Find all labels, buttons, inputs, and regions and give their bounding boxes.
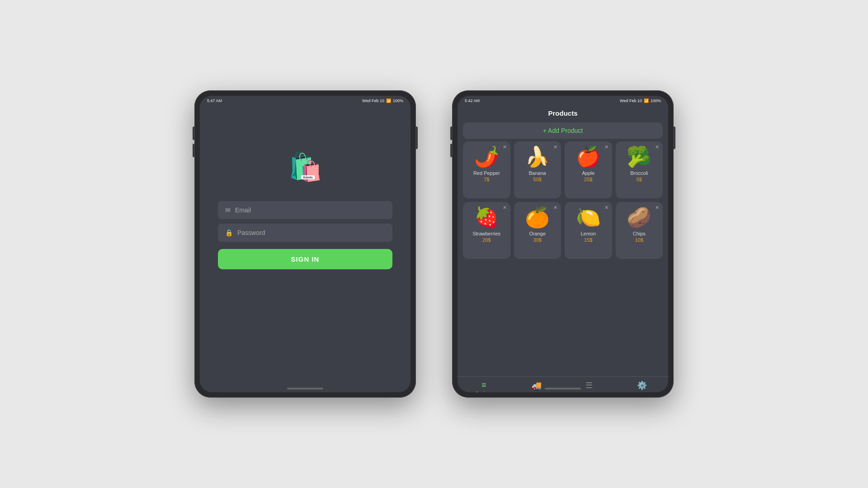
broccoli-name: Broccoli (630, 170, 648, 176)
banana-price: 50$ (533, 177, 542, 182)
lemon-name: Lemon (580, 231, 596, 236)
close-lemon[interactable]: ✕ (604, 205, 609, 211)
email-field-wrapper[interactable]: ✉ (218, 201, 392, 219)
product-card-banana: ✕ 🍌 Banana 50$ (514, 141, 561, 198)
status-bar-login: 5:47 AM Wed Feb 10 📶 100% (200, 96, 410, 106)
email-icon: ✉ (225, 206, 231, 214)
orange-emoji: 🍊 (525, 206, 550, 228)
red-pepper-name: Red Pepper (473, 170, 500, 176)
orders-nav-label: Orders (583, 391, 595, 392)
home-indicator-products (545, 388, 581, 389)
close-red-pepper[interactable]: ✕ (503, 144, 507, 150)
login-ipad: 5:47 AM Wed Feb 10 📶 100% 🛍️ Admin ✉ 🔒 (194, 90, 416, 398)
home-indicator (287, 388, 323, 389)
product-card-chips: ✕ 🥔 Chips 10$ (616, 202, 663, 259)
product-card-red-pepper: ✕ 🌶️ Red Pepper 7$ (463, 141, 510, 198)
bottom-nav: ≡ Products 🚚 Shipping ☰ Orders ⚙️ Settin… (458, 376, 668, 392)
close-apple[interactable]: ✕ (604, 144, 609, 150)
products-ipad: 5:42 AM Wed Feb 10 📶 100% Products + Add… (452, 90, 674, 398)
lemon-price: 15$ (584, 237, 592, 243)
products-nav-label: Products (476, 391, 492, 392)
nav-settings[interactable]: ⚙️ Settings (616, 380, 669, 392)
orange-price: 30$ (533, 237, 542, 243)
chips-emoji: 🥔 (627, 206, 651, 228)
apple-emoji: 🍎 (576, 146, 601, 168)
products-title: Products (458, 106, 668, 120)
lock-icon: 🔒 (225, 229, 233, 236)
product-card-lemon: ✕ 🍋 Lemon 15$ (565, 202, 612, 259)
shipping-nav-label: Shipping (528, 391, 544, 392)
products-nav-icon: ≡ (481, 380, 486, 390)
password-field-wrapper[interactable]: 🔒 (218, 224, 392, 242)
settings-nav-label: Settings (634, 391, 649, 392)
settings-nav-icon: ⚙️ (637, 380, 647, 390)
close-strawberries[interactable]: ✕ (503, 205, 507, 211)
product-card-apple: ✕ 🍎 Apple 25$ (565, 141, 612, 198)
sign-in-button[interactable]: SIGN IN (218, 249, 392, 269)
password-input[interactable] (237, 229, 385, 236)
battery-login: 100% (393, 99, 403, 103)
strawberries-price: 20$ (482, 237, 491, 243)
app-logo: 🛍️ Admin (288, 151, 322, 183)
status-time-products: 5:42 AM (465, 99, 480, 103)
broccoli-emoji: 🥦 (627, 146, 651, 168)
chips-name: Chips (633, 231, 646, 236)
status-date-login: Wed Feb 10 (362, 99, 384, 103)
apple-price: 25$ (584, 177, 592, 182)
products-screen: Products + Add Product ✕ 🌶️ Red Pepper 7… (458, 106, 668, 392)
nav-orders[interactable]: ☰ Orders (563, 380, 616, 392)
banana-emoji: 🍌 (525, 146, 550, 168)
close-broccoli[interactable]: ✕ (655, 144, 659, 150)
close-banana[interactable]: ✕ (553, 144, 557, 150)
broccoli-price: 5$ (637, 177, 642, 182)
wifi-icon-products: 📶 (644, 99, 649, 103)
product-card-strawberries: ✕ 🍓 Strawberries 20$ (463, 202, 510, 259)
login-content: 🛍️ Admin ✉ 🔒 SIGN IN (200, 106, 410, 389)
strawberries-emoji: 🍓 (474, 206, 499, 228)
close-orange[interactable]: ✕ (553, 205, 557, 211)
wifi-icon: 📶 (386, 99, 391, 103)
nav-products[interactable]: ≡ Products (458, 380, 510, 392)
status-date-products: Wed Feb 10 (620, 99, 642, 103)
orders-nav-icon: ☰ (585, 380, 593, 390)
battery-products: 100% (651, 99, 661, 103)
strawberries-name: Strawberries (472, 231, 500, 236)
close-chips[interactable]: ✕ (655, 205, 659, 211)
banana-name: Banana (529, 170, 546, 176)
status-bar-products: 5:42 AM Wed Feb 10 📶 100% (458, 96, 668, 106)
nav-shipping[interactable]: 🚚 Shipping (510, 380, 563, 392)
status-time-login: 5:47 AM (207, 99, 222, 103)
shipping-nav-icon: 🚚 (532, 380, 542, 390)
orange-name: Orange (529, 231, 546, 236)
red-pepper-emoji: 🌶️ (474, 146, 499, 168)
chips-price: 10$ (635, 237, 643, 243)
product-card-broccoli: ✕ 🥦 Broccoli 5$ (616, 141, 663, 198)
products-grid: ✕ 🌶️ Red Pepper 7$ ✕ 🍌 Banana 50$ ✕ 🍎 Ap… (458, 141, 668, 259)
logo-container: 🛍️ Admin (288, 151, 322, 183)
email-input[interactable] (235, 206, 385, 214)
apple-name: Apple (582, 170, 594, 176)
lemon-emoji: 🍋 (576, 206, 601, 228)
logo-badge: Admin (301, 175, 315, 179)
product-card-orange: ✕ 🍊 Orange 30$ (514, 202, 561, 259)
red-pepper-price: 7$ (484, 177, 489, 182)
add-product-button[interactable]: + Add Product (463, 122, 663, 139)
